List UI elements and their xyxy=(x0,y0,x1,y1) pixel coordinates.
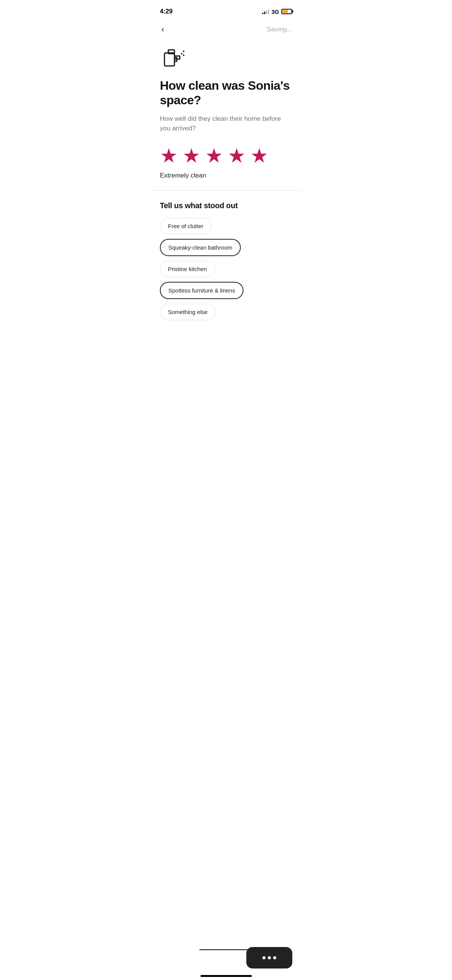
tag-other[interactable]: Something else xyxy=(160,304,215,320)
spray-bottle-icon xyxy=(160,41,187,69)
tag-clutter[interactable]: Free of clutter xyxy=(160,218,212,234)
stars-row[interactable]: ★ ★ ★ ★ ★ xyxy=(160,146,292,166)
status-bar: 4:29 3G xyxy=(151,0,301,21)
network-type: 3G xyxy=(271,8,279,15)
status-time: 4:29 xyxy=(160,8,173,15)
tag-bathroom[interactable]: Squeaky-clean bathroom xyxy=(160,239,241,256)
star-4[interactable]: ★ xyxy=(228,146,246,166)
tags-grid: Free of clutter Squeaky-clean bathroom P… xyxy=(160,218,292,320)
star-2[interactable]: ★ xyxy=(182,146,201,166)
status-right: 3G xyxy=(262,8,292,15)
svg-point-4 xyxy=(183,54,184,56)
nav-bar: ‹ Saving... xyxy=(151,21,301,41)
divider xyxy=(151,190,301,191)
star-label: Extremely clean xyxy=(160,172,292,179)
main-content: How clean was Sonia's space? How well di… xyxy=(151,41,301,320)
page-subtitle: How well did they clean their home befor… xyxy=(160,114,292,133)
saving-status: Saving... xyxy=(267,26,292,33)
signal-icon xyxy=(262,9,269,14)
svg-rect-0 xyxy=(164,53,174,66)
back-button[interactable]: ‹ xyxy=(160,24,166,35)
star-1[interactable]: ★ xyxy=(160,146,178,166)
star-3[interactable]: ★ xyxy=(205,146,223,166)
tag-kitchen[interactable]: Pristine kitchen xyxy=(160,261,215,277)
section-title: Tell us what stood out xyxy=(160,201,292,210)
battery-fill xyxy=(283,10,288,13)
star-5[interactable]: ★ xyxy=(250,146,268,166)
svg-rect-1 xyxy=(168,50,174,54)
tag-furniture[interactable]: Spotless furniture & linens xyxy=(160,282,243,299)
battery-icon xyxy=(281,9,292,14)
svg-point-2 xyxy=(181,53,182,54)
page-title: How clean was Sonia's space? xyxy=(160,78,292,108)
svg-point-3 xyxy=(183,51,184,52)
